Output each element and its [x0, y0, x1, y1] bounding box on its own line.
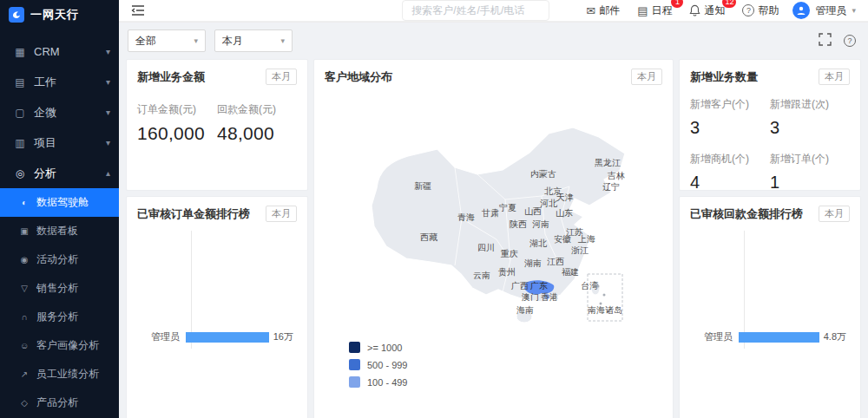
rank-bar[interactable]: [739, 332, 819, 343]
sidebar-item-服务分析[interactable]: ∩服务分析: [0, 303, 119, 331]
chevron-down-icon: ▾: [106, 138, 110, 147]
board-icon: ▣: [18, 226, 30, 236]
header-action-mail[interactable]: ✉邮件: [586, 3, 620, 18]
sidebar-item-label: 项目: [34, 135, 56, 151]
sidebar-item-label: CRM: [34, 45, 60, 58]
card-title: 已审核回款金额排行榜: [690, 206, 803, 222]
rank-category-label: 管理员: [137, 330, 186, 343]
legend-swatch: [349, 342, 360, 353]
rank-bar-track: 4.8万: [739, 330, 846, 343]
rank-bar-row: 管理员4.8万: [690, 330, 846, 343]
rank-category-label: 管理员: [690, 330, 739, 343]
period-tag: 本月: [819, 206, 850, 222]
sidebar-child-label: 服务分析: [36, 310, 78, 324]
user-menu[interactable]: 管理员 ▾: [792, 2, 856, 19]
collapse-sidebar-icon[interactable]: [131, 4, 145, 16]
search-input[interactable]: [402, 0, 549, 21]
sidebar-item-analysis[interactable]: ◎分析▴: [0, 158, 119, 188]
period-tag: 本月: [819, 69, 850, 85]
performance-icon: ↗: [18, 369, 30, 379]
brand-logo-text: 一网天行: [30, 7, 79, 23]
legend-label: 100 - 499: [367, 377, 407, 388]
legend-item: 100 - 499: [349, 376, 407, 388]
scope-select[interactable]: 全部 ▾: [128, 29, 206, 52]
stat: 新增跟进(次)3: [770, 97, 850, 138]
period-tag: 本月: [631, 69, 662, 85]
stat-label: 新增商机(个): [690, 152, 770, 167]
sidebar-item-crm[interactable]: ▦CRM▾: [0, 36, 119, 67]
sidebar-item-project[interactable]: ▥项目▾: [0, 127, 119, 158]
stat-value: 3: [770, 118, 850, 138]
right-column: 新增业务数量 本月 新增客户(个)3新增跟进(次)3新增商机(个)4新增订单(个…: [679, 59, 861, 418]
sidebar-item-qiwei[interactable]: ▢企微▾: [0, 97, 119, 127]
count-stats: 新增客户(个)3新增跟进(次)3新增商机(个)4新增订单(个)1: [690, 97, 850, 193]
card-new-business-amount: 新增业务金额 本月 订单金额(元)160,000回款金额(元)48,000: [126, 59, 308, 191]
sidebar-item-数据驾驶舱[interactable]: ◐数据驾驶舱: [0, 188, 119, 217]
avatar: [792, 2, 810, 19]
header-action-help[interactable]: ?帮助: [742, 3, 779, 18]
scope-select-value: 全部: [135, 34, 156, 49]
compass-icon: ◎: [12, 167, 28, 180]
period-select[interactable]: 本月 ▾: [214, 29, 293, 52]
rank-bar-row: 管理员16万: [137, 330, 293, 343]
sidebar-menu: ▦CRM▾▤工作▾▢企微▾▥项目▾◎分析▴◐数据驾驶舱▣数据看板◉活动分析▽销售…: [0, 29, 119, 418]
header-action-schedule[interactable]: ▤日程1: [637, 3, 672, 18]
brand[interactable]: 一网天行: [0, 0, 119, 29]
south-china-sea-inset: [588, 274, 622, 321]
chevron-down-icon: ▾: [852, 6, 856, 15]
chevron-up-icon: ▴: [106, 168, 110, 178]
stat: 订单金额(元)160,000: [137, 102, 217, 144]
header-action-label: 邮件: [599, 3, 620, 18]
card-title: 已审核订单金额排行榜: [137, 206, 250, 222]
sidebar-item-label: 企微: [34, 105, 56, 121]
sidebar-item-活动分析[interactable]: ◉活动分析: [0, 245, 119, 274]
period-select-value: 本月: [222, 34, 243, 49]
stat-label: 回款金额(元): [217, 102, 297, 117]
legend-label: >= 1000: [367, 343, 402, 353]
filter-bar-tools: ?: [819, 33, 859, 49]
header-action-label: 帮助: [758, 3, 779, 18]
stat: 新增订单(个)1: [770, 152, 850, 193]
stat-value: 160,000: [137, 123, 217, 144]
chevron-down-icon: ▾: [280, 36, 285, 45]
filter-bar: 全部 ▾ 本月 ▾ ?: [119, 23, 868, 57]
rank-bar[interactable]: [186, 332, 269, 343]
card-title: 新增业务金额: [137, 69, 205, 85]
fullscreen-icon[interactable]: [819, 33, 832, 49]
sidebar-item-产品分析[interactable]: ◇产品分析: [0, 389, 119, 417]
order-rank-chart[interactable]: 管理员16万: [137, 229, 297, 359]
period-tag: 本月: [266, 69, 297, 85]
brand-logo-icon: [9, 7, 24, 23]
stat-value: 1: [770, 173, 850, 193]
app-root: 一网天行 ▦CRM▾▤工作▾▢企微▾▥项目▾◎分析▴◐数据驾驶舱▣数据看板◉活动…: [0, 0, 868, 418]
header-action-label: 通知: [704, 3, 725, 18]
stat-label: 新增跟进(次): [770, 97, 850, 112]
activity-icon: ◉: [18, 255, 30, 265]
china-map[interactable]: 黑龙江吉林辽宁内蒙古北京天津河北山西山东新疆甘肃宁夏青海陕西河南江苏安徽上海湖北…: [325, 88, 662, 401]
sidebar-item-数据看板[interactable]: ▣数据看板: [0, 217, 119, 245]
card-title: 客户地域分布: [325, 69, 392, 85]
payment-rank-chart[interactable]: 管理员4.8万: [690, 229, 850, 359]
left-column: 新增业务金额 本月 订单金额(元)160,000回款金额(元)48,000 已审…: [126, 59, 308, 418]
calendar-icon: ▤: [12, 76, 28, 88]
stat-label: 订单金额(元): [137, 102, 217, 117]
header-action-label: 日程: [651, 3, 672, 18]
help-circle-icon[interactable]: ?: [844, 35, 856, 47]
chevron-down-icon: ▾: [194, 36, 198, 45]
sidebar-child-label: 客户画像分析: [36, 338, 99, 353]
user-name: 管理员: [815, 3, 846, 18]
sidebar-child-label: 数据看板: [36, 224, 78, 238]
sidebar-item-客户画像分析[interactable]: ☺客户画像分析: [0, 331, 119, 360]
dashboard-icon: ◐: [18, 198, 30, 207]
sidebar-item-work[interactable]: ▤工作▾: [0, 67, 119, 97]
middle-column: 客户地域分布 本月: [313, 59, 674, 418]
legend-item: >= 1000: [349, 342, 407, 353]
sidebar-item-label: 工作: [34, 75, 56, 90]
sidebar-item-销售分析[interactable]: ▽销售分析: [0, 274, 119, 303]
card-title: 新增业务数量: [690, 69, 758, 85]
stat-label: 新增客户(个): [690, 97, 770, 112]
legend-label: 500 - 999: [367, 360, 407, 370]
header-action-notice[interactable]: 通知12: [689, 3, 725, 18]
legend-item: 500 - 999: [349, 359, 407, 370]
sidebar-item-员工业绩分析[interactable]: ↗员工业绩分析: [0, 360, 119, 389]
